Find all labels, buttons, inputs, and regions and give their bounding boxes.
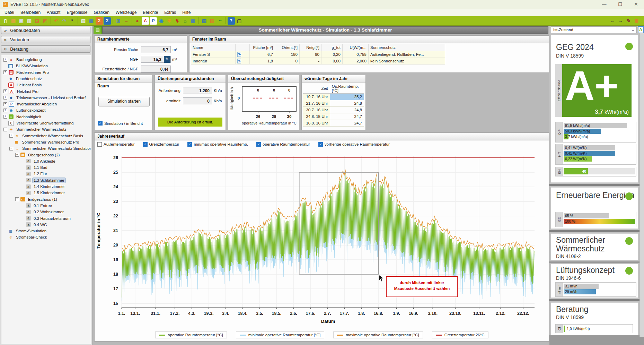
menu-item-ergebnisse[interactable]: Ergebnisse [63, 9, 90, 16]
collapse-icon[interactable]: − [15, 153, 19, 157]
tree-item-label[interactable]: 0.3 Hausarbeitsraum [33, 216, 72, 221]
chart-doc-icon[interactable]: ▦ [88, 17, 95, 25]
tree-item-label[interactable]: Stromspar-Check [15, 235, 48, 240]
table-row[interactable]: Innentür↷1,80-0,002,000kein Sonnenschutz [191, 58, 445, 64]
table-row[interactable]: 16.8. 16 Uhr24,7 [303, 120, 364, 127]
series-toggle[interactable]: ✓operative Raumtemperatur [256, 142, 310, 147]
report-header-button[interactable]: ▤ [94, 26, 102, 34]
lightning-icon[interactable]: ↯ [174, 17, 181, 25]
simulation-starten-button[interactable]: Simulation starten [98, 97, 150, 106]
table-row[interactable]: 30.7. 16 Uhr24,8 [303, 107, 364, 113]
column-header[interactable]: Op.Raumtemp.[°C] [330, 84, 364, 94]
export-icon[interactable]: ◩ [42, 17, 49, 25]
sun-icon[interactable]: ☀ [166, 17, 173, 25]
tree-item[interactable]: ▥Strom-Simulation [3, 228, 47, 234]
table-row[interactable]: Fenster S↷6,7180900,200,755Außenliegend:… [191, 51, 445, 58]
checkbox-icon[interactable] [97, 142, 102, 147]
simulation-bericht-row[interactable]: ✓ Simulation / in Bericht [98, 121, 143, 126]
hydraulik-icon[interactable]: P [150, 17, 157, 25]
series-toggle[interactable]: ✓vorherige operative Raumtemperatur [318, 142, 390, 147]
heizlast-icon[interactable]: A [142, 17, 149, 25]
tree-item[interactable]: a1.4 Kinderzimmer [21, 183, 66, 190]
tree-item[interactable]: +◆Trinkwarmwasser - Heizlast und Bedarf [3, 95, 87, 101]
help-icon[interactable]: ? [228, 17, 235, 25]
tree-item[interactable]: a0.2 Wohnzimmer [21, 209, 65, 215]
column-header[interactable] [236, 44, 250, 51]
bhkw-icon[interactable]: ▦ [189, 17, 197, 25]
monitor-icon[interactable]: ▢ [236, 17, 243, 25]
menu-item-bearbeiten[interactable]: Bearbeiten [17, 9, 44, 16]
sum-orange-icon[interactable]: Σ [96, 17, 103, 25]
checkbox-icon[interactable]: ✓ [318, 142, 323, 147]
tree-item-label[interactable]: Obergeschoss (2) [27, 153, 61, 157]
collapse-icon[interactable]: − [15, 197, 19, 201]
tree-item-label[interactable]: Feuchteschutz [15, 76, 43, 81]
edit-pencil-icon[interactable]: ✎ [164, 56, 170, 63]
tree-item-label[interactable]: 1.3 Schlafzimmer [33, 178, 65, 183]
series-toggle[interactable]: ✓Grenztemperatur [143, 142, 179, 147]
tree-item[interactable]: −∴Sommerlicher Wärmeschutz Simulation [9, 145, 91, 152]
tree-item-label[interactable]: Baubegleitung [15, 57, 43, 62]
tree-item-label[interactable]: 0.4 WC [33, 222, 48, 227]
tree-item[interactable]: ▦Sommerlicher Wärmeschutz Pro [9, 139, 80, 145]
tree-item[interactable]: +Phydraulischer Abgleich [3, 101, 58, 107]
tree-item-label[interactable]: 1.5 Kinderzimmer [33, 190, 66, 195]
undo-icon[interactable]: ↶ [53, 17, 60, 25]
column-header[interactable]: g_tot [321, 44, 343, 51]
expand-icon[interactable]: + [3, 109, 7, 112]
tree-item-label[interactable]: 1.1 Bad [33, 165, 48, 170]
list-settings-icon[interactable]: ≣ [633, 17, 640, 25]
back-icon[interactable]: ← [609, 17, 616, 25]
tree-item-label[interactable]: Strom-Simulation [15, 228, 47, 233]
tree-item[interactable]: a1.5 Kinderzimmer [21, 190, 66, 196]
tree-item-label[interactable]: Förderrechner Pro [15, 70, 50, 75]
checkbox-icon[interactable]: ✓ [256, 142, 261, 147]
menu-item-grafiken[interactable]: Grafiken [90, 9, 112, 16]
series-toggle[interactable]: ✓min/max operative Raumtemp. [187, 142, 248, 147]
tree-item-label[interactable]: Heizlast Basis [16, 83, 43, 87]
tree-item-label[interactable]: vereinfachte Sachwertermittlung [16, 121, 74, 126]
field-value[interactable]: 6,7 [141, 46, 171, 53]
menu-item-datei[interactable]: Datei [1, 9, 17, 16]
variant-select[interactable]: Ist-Zustand ⌄ [551, 26, 637, 33]
tree-item[interactable]: −☀Sommerlicher Wärmeschutz [3, 126, 67, 132]
tree-item-label[interactable]: Sommerlicher Wärmeschutz Simulation [21, 146, 91, 151]
tree-item-label[interactable]: 0.2 Wohnzimmer [33, 209, 65, 214]
expand-icon[interactable]: + [3, 58, 7, 62]
tree-item-label[interactable]: Lüftungskonzept [15, 108, 46, 113]
tree-item[interactable]: +◉Lüftungskonzept [3, 107, 46, 113]
table-row[interactable]: 24.8. 15 Uhr24,7 [303, 113, 364, 120]
menu-item-hilfe[interactable]: Hilfe [179, 9, 194, 16]
collapse-icon[interactable]: − [3, 128, 7, 131]
import-icon[interactable]: ◪ [34, 17, 41, 25]
tree-item-label[interactable]: Heizlast Pro [16, 89, 39, 94]
tree-item-label[interactable]: Trinkwarmwasser - Heizlast und Bedarf [15, 95, 87, 100]
table-row[interactable]: 21.7. 16 Uhr24,8 [303, 100, 364, 107]
tree-item-label[interactable]: hydraulischer Abgleich [16, 102, 58, 106]
sidebar-section-varianten[interactable]: »Varianten [1, 36, 90, 43]
expand-icon[interactable]: + [3, 115, 7, 119]
tree-item[interactable]: +●Baubegleitung [3, 57, 43, 63]
tree-item[interactable]: +☀Sommerlicher Wärmeschutz Basis [9, 133, 84, 139]
curve-arrow-icon[interactable]: ↷ [237, 59, 241, 63]
tree-item[interactable]: ◆Feuchteschutz [3, 76, 43, 82]
redo-icon[interactable]: ↷ [61, 17, 68, 25]
tree-item-label[interactable]: Sommerlicher Wärmeschutz [15, 127, 67, 132]
tree-item-label[interactable]: 1.4 Kinderzimmer [33, 184, 66, 189]
tree-item[interactable]: a0.1 Entree [21, 202, 53, 209]
forward-icon[interactable]: → [617, 17, 624, 25]
open-folder-icon[interactable]: ▨ [10, 17, 17, 25]
series-toggle[interactable]: Außentemperatur [97, 142, 135, 147]
column-header[interactable]: U[W/(m... [343, 44, 369, 51]
document-icon[interactable]: ▤ [80, 17, 87, 25]
expand-icon[interactable]: + [3, 102, 7, 106]
menu-item-werkzeuge[interactable]: Werkzeuge [113, 9, 140, 16]
curve-icon[interactable]: ~ [217, 17, 224, 25]
maximize-button[interactable]: ☐ [612, 0, 628, 9]
tree-item[interactable]: €vereinfachte Sachwertermittlung [3, 120, 74, 126]
tree-list-icon[interactable]: ≡ [123, 17, 130, 25]
baubegleitung-icon[interactable]: ● [134, 17, 141, 25]
column-header[interactable]: Orient.[°] [275, 44, 300, 51]
column-header[interactable]: Neig.[°] [300, 44, 321, 51]
menu-item-extras[interactable]: Extras [161, 9, 179, 16]
